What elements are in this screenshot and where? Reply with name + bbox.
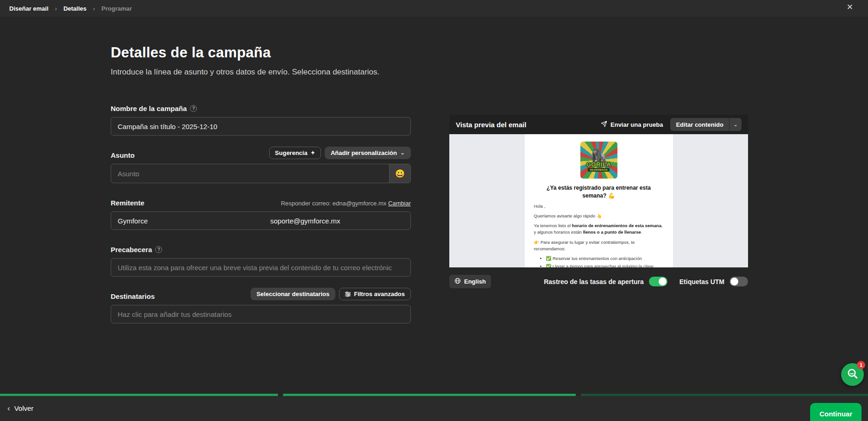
edit-content-group: Editar contenido ⌄ [670, 118, 742, 131]
gym-logo: 🦍 GORILA SILVERBACK [580, 142, 617, 179]
send-test-label: Enviar una prueba [610, 121, 663, 128]
language-selector-button[interactable]: English [449, 275, 491, 288]
footer-bar: ‹ Volver Continuar [0, 396, 868, 421]
page-title: Detalles de la campaña [111, 44, 411, 61]
subject-label: Asunto [111, 151, 135, 159]
breadcrumb: Diseñar email › Detalles › Programar [9, 5, 132, 12]
breadcrumb-schedule[interactable]: Programar [101, 5, 132, 12]
campaign-details-form: Detalles de la campaña Introduce la líne… [111, 44, 411, 323]
open-rate-toggle[interactable] [649, 277, 667, 286]
subject-group: Asunto Sugerencia ✦ Añadir personalizaci… [111, 147, 411, 183]
top-bar: Diseñar email › Detalles › Programar ✕ [0, 0, 868, 17]
page-subtitle: Introduce la línea de asunto y otros dat… [111, 68, 411, 77]
open-rate-tracking-control: Rastreo de las tasas de apertura [544, 277, 667, 286]
email-preview-panel: Vista previa del email Enviar una prueba… [449, 115, 748, 288]
preview-title: Vista previa del email [456, 121, 593, 129]
breadcrumb-separator-icon: › [55, 5, 57, 12]
send-test-button[interactable]: Enviar una prueba [601, 121, 663, 129]
close-icon: ✕ [847, 3, 853, 12]
change-reply-link[interactable]: Cambiar [388, 200, 411, 207]
toggle-knob [730, 278, 738, 285]
subject-field: 😀 [111, 164, 411, 183]
reply-to-text: Responder correo: edna@gymforce.mx [281, 200, 386, 207]
gorilla-icon: 🦍 [590, 149, 607, 162]
utm-toggle[interactable] [730, 277, 748, 286]
sparkles-icon: ✦ [311, 150, 315, 156]
emoji-picker-button[interactable]: 😀 [389, 164, 410, 183]
select-recipients-label: Seleccionar destinatarios [257, 291, 330, 297]
breadcrumb-design-email[interactable]: Diseñar email [9, 5, 49, 12]
suggestion-button[interactable]: Sugerencia ✦ [269, 147, 321, 159]
sender-label: Remitente [111, 199, 145, 207]
preview-controls: English Rastreo de las tasas de apertura… [449, 275, 748, 288]
paper-plane-icon [601, 121, 607, 129]
help-icon[interactable]: ? [155, 246, 162, 253]
email-paragraph: Queríamos avisarte algo rápido 👆 [534, 213, 664, 219]
advanced-filters-label: Filtros avanzados [354, 291, 405, 297]
help-icon[interactable]: ? [190, 105, 197, 112]
email-preview-viewport[interactable]: 🦍 GORILA SILVERBACK ¿Ya estás registrado… [449, 134, 748, 267]
preheader-group: Precabecera ? [111, 241, 411, 277]
breadcrumb-separator-icon: › [93, 5, 95, 12]
email-paragraph: Ya tenemos listo el horario de entrenami… [534, 223, 664, 236]
advanced-filters-button[interactable]: Filtros avanzados [339, 288, 411, 300]
chevron-down-icon: ⌄ [733, 121, 738, 128]
language-label: English [464, 278, 486, 285]
logo-text-line2: SILVERBACK [588, 168, 610, 172]
subject-input[interactable] [111, 164, 389, 183]
email-paragraph: Hola , [534, 203, 664, 210]
email-bullet: ✅ Reservar tus entrenamientos con antici… [546, 255, 664, 262]
open-rate-label: Rastreo de las tasas de apertura [544, 278, 644, 285]
sender-group: Remitente Responder correo: edna@gymforc… [111, 194, 411, 230]
logo-text-line1: GORILA [586, 161, 611, 168]
email-body: Hola ,Queríamos avisarte algo rápido 👆Ya… [534, 203, 664, 267]
email-bullet-list: ✅ Reservar tus entrenamientos con antici… [541, 255, 664, 267]
recipients-group: Destinatarios Seleccionar destinatarios … [111, 288, 411, 323]
campaign-name-group: Nombre de la campaña ? [111, 100, 411, 136]
sender-email-input[interactable] [264, 212, 410, 229]
continue-button[interactable]: Continuar [810, 403, 862, 421]
chevron-left-icon: ‹ [7, 404, 10, 412]
add-personalization-label: Añadir personalización [331, 149, 397, 156]
notification-badge: 1 [857, 361, 865, 369]
email-card: 🦍 GORILA SILVERBACK ¿Ya estás registrado… [525, 134, 673, 267]
close-button[interactable]: ✕ [847, 3, 853, 11]
utm-label: Etiquetas UTM [679, 278, 724, 285]
preheader-label: Precabecera [111, 246, 152, 254]
preview-header: Vista previa del email Enviar una prueba… [449, 115, 748, 134]
breadcrumb-details[interactable]: Detalles [63, 5, 87, 12]
add-personalization-button[interactable]: Añadir personalización ⌄ [325, 147, 411, 159]
edit-content-button[interactable]: Editar contenido [670, 118, 729, 131]
preheader-input[interactable] [111, 258, 411, 277]
recipients-input[interactable] [111, 305, 411, 323]
chevron-down-icon: ⌄ [400, 150, 405, 155]
back-button[interactable]: ‹ Volver [7, 404, 33, 412]
emoji-smile-icon: 😀 [395, 169, 405, 179]
toggle-knob [659, 278, 667, 285]
sliders-icon [345, 291, 351, 297]
recipients-label: Destinatarios [111, 292, 155, 300]
email-bullet: ✅ Llegar a tiempo para aprovechar al máx… [546, 263, 664, 267]
magnifier-smile-icon [846, 367, 860, 382]
help-chat-button[interactable]: 1 [841, 363, 864, 386]
campaign-name-label: Nombre de la campaña [111, 105, 187, 112]
email-heading: ¿Ya estás registrado para entrenar esta … [537, 184, 661, 200]
sender-field [111, 211, 411, 230]
edit-content-dropdown-button[interactable]: ⌄ [729, 118, 742, 131]
utm-tags-control: Etiquetas UTM [679, 277, 748, 286]
email-paragraph: 👉 Para asegurar tu lugar y evitar contra… [534, 239, 664, 253]
back-label: Volver [14, 404, 34, 412]
sender-name-input[interactable] [111, 212, 264, 229]
campaign-name-input[interactable] [111, 117, 411, 136]
suggestion-button-label: Sugerencia [275, 149, 308, 156]
select-recipients-button[interactable]: Seleccionar destinatarios [251, 288, 336, 300]
globe-icon [454, 278, 461, 285]
